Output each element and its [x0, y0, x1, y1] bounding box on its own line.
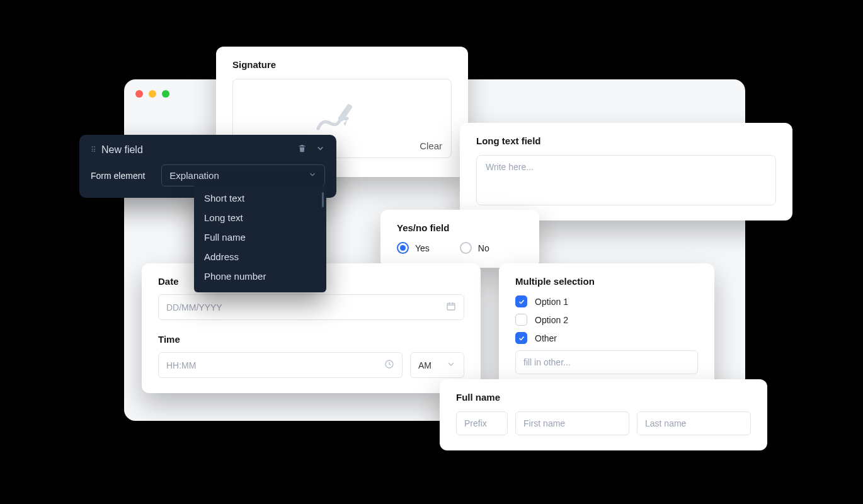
long-text-title: Long text field — [476, 135, 776, 146]
window-controls — [135, 90, 169, 98]
dropdown-option-full-name[interactable]: Full name — [194, 227, 326, 247]
checkbox-option-1-label: Option 1 — [535, 297, 568, 307]
chevron-down-icon — [308, 170, 317, 181]
prefix-input[interactable]: Prefix — [456, 411, 508, 435]
dropdown-option-phone-number[interactable]: Phone number — [194, 266, 326, 286]
checkbox-icon — [515, 295, 527, 307]
checkbox-option-2-label: Option 2 — [535, 315, 568, 325]
radio-no[interactable]: No — [460, 242, 489, 254]
long-text-input[interactable]: Write here... — [476, 155, 776, 205]
full-name-card: Full name Prefix First name Last name — [440, 379, 767, 450]
radio-yes-label: Yes — [415, 243, 430, 253]
maximize-window-button[interactable] — [162, 90, 169, 98]
radio-yes[interactable]: Yes — [397, 242, 430, 254]
dropdown-option-long-text[interactable]: Long text — [194, 208, 326, 227]
checkbox-other-label: Other — [535, 333, 557, 343]
chevron-down-icon[interactable] — [316, 144, 325, 156]
date-input[interactable]: DD/MM/YYYY — [158, 294, 464, 320]
ampm-select[interactable]: AM — [410, 352, 464, 378]
chevron-down-icon — [446, 359, 456, 371]
dropdown-option-short-text[interactable]: Short text — [194, 188, 326, 208]
radio-no-label: No — [478, 243, 489, 253]
checkbox-option-1[interactable]: Option 1 — [515, 295, 698, 307]
close-window-button[interactable] — [135, 90, 143, 98]
other-placeholder: fill in other... — [523, 357, 571, 367]
checkbox-other[interactable]: Other — [515, 332, 698, 344]
prefix-placeholder: Prefix — [464, 418, 487, 428]
checkbox-option-2[interactable]: Option 2 — [515, 314, 698, 326]
yes-no-title: Yes/no field — [397, 222, 523, 233]
signature-title: Signature — [232, 59, 452, 70]
checkbox-icon — [515, 314, 527, 326]
ampm-value: AM — [418, 360, 432, 370]
long-text-card: Long text field Write here... — [460, 123, 792, 220]
first-name-placeholder: First name — [523, 418, 565, 428]
long-text-placeholder: Write here... — [486, 162, 534, 172]
clock-icon — [384, 359, 394, 371]
trash-icon[interactable] — [297, 144, 307, 156]
other-text-input[interactable]: fill in other... — [515, 350, 698, 374]
first-name-input[interactable]: First name — [515, 411, 629, 435]
svg-rect-2 — [447, 303, 455, 310]
yes-no-card: Yes/no field Yes No — [380, 210, 539, 268]
form-element-label: Form element — [91, 171, 145, 181]
scrollbar-thumb[interactable] — [322, 192, 324, 207]
full-name-title: Full name — [456, 392, 751, 403]
time-input[interactable]: HH:MM — [158, 352, 403, 378]
calendar-icon — [446, 301, 456, 313]
form-element-dropdown: Short text Long text Full name Address P… — [194, 186, 326, 292]
date-placeholder: DD/MM/YYYY — [166, 302, 222, 312]
form-element-select[interactable]: Explanation — [161, 164, 325, 186]
multiple-selection-card: Multiple selection Option 1 Option 2 Oth… — [499, 263, 714, 389]
signature-icon — [312, 100, 372, 137]
new-field-title: New field — [101, 144, 291, 156]
time-label: Time — [158, 334, 464, 345]
dropdown-option-address[interactable]: Address — [194, 247, 326, 266]
svg-marker-1 — [343, 120, 347, 126]
last-name-placeholder: Last name — [645, 418, 686, 428]
time-placeholder: HH:MM — [166, 360, 196, 370]
signature-clear-button[interactable]: Clear — [420, 140, 442, 151]
multiple-selection-title: Multiple selection — [515, 276, 698, 287]
checkbox-icon — [515, 332, 527, 344]
drag-handle-icon[interactable]: ⠿ — [91, 146, 95, 154]
minimize-window-button[interactable] — [149, 90, 156, 98]
form-element-selected: Explanation — [169, 170, 219, 181]
last-name-input[interactable]: Last name — [637, 411, 751, 435]
